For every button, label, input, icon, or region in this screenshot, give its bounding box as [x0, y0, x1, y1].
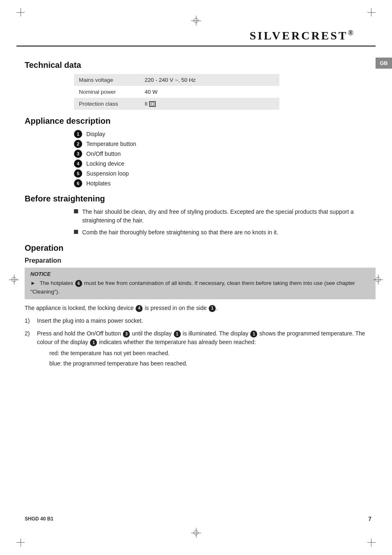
notice-arrow: ► — [30, 280, 36, 286]
crop-mark-bot-right-h — [367, 542, 376, 543]
tech-label-protection: Protection class — [74, 98, 140, 110]
tech-value-voltage: 220 - 240 V ~, 50 Hz — [140, 74, 279, 86]
crop-mark-top-right-h — [367, 12, 376, 13]
protection-square-inner — [151, 102, 154, 105]
item-number-6: 6 — [74, 179, 82, 187]
footer-model: SHGD 40 B1 — [25, 516, 53, 522]
tech-label-power: Nominal power — [74, 86, 140, 98]
sub-item-red: red: the temperature has not yet been re… — [49, 349, 376, 358]
list-item: The hair should be clean, dry and free o… — [74, 208, 376, 225]
tech-label-voltage: Mains voltage — [74, 74, 140, 86]
technical-data-heading: Technical data — [25, 60, 376, 70]
inline-num-6: 6 — [75, 280, 82, 287]
notice-text: ► The hotplates 6 must be free from cont… — [30, 280, 355, 294]
bullet-icon — [74, 230, 78, 234]
table-row: Mains voltage 220 - 240 V ~, 50 Hz — [74, 74, 279, 86]
reg-mark-right — [373, 275, 383, 284]
step-1: 1) Insert the plug into a mains power so… — [25, 317, 376, 325]
tech-value-power: 40 W — [140, 86, 279, 98]
step-num-1: 1) — [25, 317, 37, 325]
inline-num-1d: 1 — [90, 339, 97, 346]
technical-data-table: Mains voltage 220 - 240 V ~, 50 Hz Nomin… — [74, 74, 279, 110]
notice-label: NOTICE — [30, 271, 51, 277]
language-tab: GB — [376, 58, 392, 69]
inline-num-4: 4 — [136, 305, 143, 312]
steps-list: 1) Insert the plug into a mains power so… — [25, 317, 376, 370]
protection-square-outer — [149, 101, 156, 107]
before-straightening-heading: Before straightening — [25, 194, 376, 204]
step-2-subitems: red: the temperature has not yet been re… — [49, 349, 376, 368]
crop-mark-top-left-v — [21, 8, 21, 16]
list-item: 5 Suspension loop — [74, 169, 376, 178]
list-item: 6 Hotplates — [74, 179, 376, 187]
footer: SHGD 40 B1 7 — [25, 516, 371, 522]
tech-value-protection: II — [140, 98, 279, 110]
before-straightening-list: The hair should be clean, dry and free o… — [74, 208, 376, 237]
item-number-2: 2 — [74, 140, 82, 148]
main-content: Technical data Mains voltage 220 - 240 V… — [25, 46, 376, 370]
inline-num-1a: 1 — [209, 305, 216, 312]
item-label-suspension: Suspension loop — [86, 170, 129, 177]
reg-mark-top — [191, 16, 201, 25]
protection-class-symbol: II — [145, 101, 156, 107]
inline-num-3: 3 — [123, 331, 130, 338]
bullet-text-2: Comb the hair thoroughly before straight… — [82, 228, 278, 237]
item-label-temperature-button: Temperature button — [86, 141, 136, 147]
brand-name: SILVERCREST® — [249, 29, 355, 42]
step-2: 2) Press and hold the On/Off button 3 un… — [25, 329, 376, 370]
reg-mark-bottom — [191, 528, 201, 538]
inline-num-1c: 1 — [250, 331, 257, 338]
step-text-1: Insert the plug into a mains power socke… — [37, 317, 143, 325]
brand-text: SILVERCREST — [249, 29, 348, 42]
sub-item-blue: blue: the programmed temperature has bee… — [49, 359, 376, 368]
list-item: 4 Locking device — [74, 160, 376, 168]
operation-heading: Operation — [25, 243, 376, 253]
list-item: Comb the hair thoroughly before straight… — [74, 228, 376, 237]
notice-box: NOTICE ► The hotplates 6 must be free fr… — [25, 268, 376, 299]
step-num-2: 2) — [25, 329, 37, 338]
table-row: Nominal power 40 W — [74, 86, 279, 98]
crop-mark-top-right-v — [371, 8, 371, 16]
crop-mark-bot-right-v — [371, 539, 371, 547]
language-tab-label: GB — [380, 60, 388, 66]
item-label-display: Display — [86, 131, 105, 137]
item-number-4: 4 — [74, 160, 82, 168]
footer-page: 7 — [368, 516, 371, 522]
list-item: 1 Display — [74, 130, 376, 138]
appliance-description-heading: Appliance description — [25, 116, 376, 126]
item-label-hotplates: Hotplates — [86, 180, 111, 187]
step-text-2: Press and hold the On/Off button 3 until… — [37, 329, 376, 370]
protection-roman: II — [145, 101, 148, 107]
item-label-onoff: On/Off button — [86, 150, 121, 157]
appliance-description-list: 1 Display 2 Temperature button 3 On/Off … — [74, 130, 376, 187]
item-number-1: 1 — [74, 130, 82, 138]
reg-mark-left — [9, 275, 19, 284]
list-item: 2 Temperature button — [74, 140, 376, 148]
list-item: 3 On/Off button — [74, 150, 376, 158]
crop-mark-bot-left-v — [21, 539, 21, 547]
item-number-3: 3 — [74, 150, 82, 158]
brand-trademark: ® — [348, 29, 355, 37]
table-row: Protection class II — [74, 98, 279, 110]
item-number-5: 5 — [74, 169, 82, 178]
notice-title: NOTICE — [30, 271, 370, 277]
preparation-title: Preparation — [25, 257, 61, 264]
item-label-locking: Locking device — [86, 160, 125, 167]
preparation-intro: The appliance is locked, the locking dev… — [25, 303, 376, 312]
inline-num-1b: 1 — [174, 331, 181, 338]
bullet-icon — [74, 209, 78, 213]
preparation-heading: Preparation — [25, 257, 376, 264]
bullet-text-1: The hair should be clean, dry and free o… — [82, 208, 376, 225]
